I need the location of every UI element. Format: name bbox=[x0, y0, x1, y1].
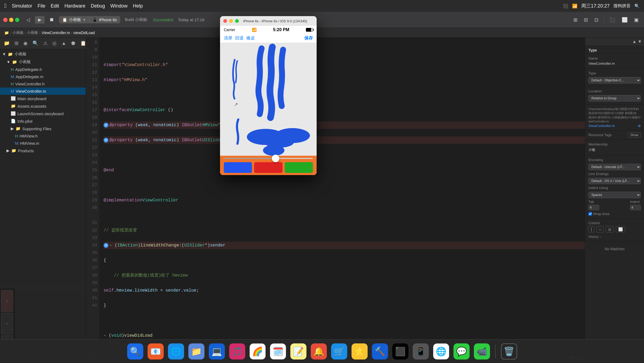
file-item-appdelegate-h[interactable]: H AppDelegate.h bbox=[0, 66, 86, 73]
file-item-viewcontroller-h[interactable]: H ViewController.h bbox=[0, 80, 86, 88]
menu-window[interactable]: Window bbox=[110, 3, 127, 9]
dock-icon-trash[interactable]: 🗑️ bbox=[501, 343, 517, 360]
dock-icon-xcode[interactable]: 💻 bbox=[209, 343, 225, 360]
sim-color-green-btn[interactable] bbox=[285, 162, 313, 173]
layout-btn1[interactable]: ⬛ bbox=[607, 16, 617, 24]
sim-slider-thumb[interactable] bbox=[272, 155, 279, 162]
nav-source-btn[interactable]: ⊞ bbox=[13, 39, 20, 47]
file-item-infoplist[interactable]: 📄 Info.plist bbox=[0, 117, 86, 125]
dock-icon-terminal[interactable]: ⬛ bbox=[392, 343, 408, 360]
file-item-hmview-h[interactable]: H HMView.h bbox=[0, 132, 86, 140]
file-item-viewcontroller-m[interactable]: M ViewController.m bbox=[0, 88, 86, 95]
inspector-toggle[interactable]: ⊡ bbox=[592, 16, 601, 24]
file-item-group[interactable]: ▼ 📁 小画板 bbox=[0, 58, 86, 66]
inspector-down[interactable]: ▼ bbox=[638, 39, 642, 44]
minimap-item-2[interactable]: Ov bbox=[1, 313, 13, 334]
nav-test-btn[interactable]: ◎ bbox=[51, 39, 58, 47]
menu-help[interactable]: Help bbox=[133, 3, 143, 9]
show-btn[interactable]: Show bbox=[628, 132, 641, 138]
dock-icon-simulator[interactable]: 📱 bbox=[413, 343, 429, 360]
file-item-products[interactable]: ▶ 📁 Products bbox=[0, 147, 86, 154]
file-item-appdelegate-m[interactable]: M AppDelegate.m bbox=[0, 73, 86, 80]
sim-min-btn[interactable] bbox=[229, 19, 233, 23]
file-item-launch-storyboard[interactable]: ⬜ LaunchScreen.storyboard bbox=[0, 110, 86, 117]
nav-folder-btn[interactable]: 📁 bbox=[2, 39, 11, 47]
menu-debug[interactable]: Debug bbox=[91, 3, 105, 9]
run-stop-btn[interactable]: ▶ bbox=[35, 16, 45, 24]
control-btn-3[interactable]: ◎ bbox=[606, 226, 614, 233]
breadcrumb-4[interactable]: viewDidLoad bbox=[73, 31, 95, 35]
indent-using-select[interactable]: Spaces bbox=[588, 192, 641, 198]
sim-eraser-btn[interactable]: 橡皮 bbox=[246, 35, 255, 41]
nav-back-btn[interactable]: ◁ bbox=[24, 16, 32, 24]
window-minimize[interactable] bbox=[9, 18, 13, 22]
sim-color-red-btn[interactable] bbox=[254, 162, 282, 173]
tab-width-input[interactable] bbox=[588, 205, 599, 210]
dock-icon-itunes[interactable]: 🎵 bbox=[229, 343, 245, 360]
code-lines[interactable]: #import "ViewController.h" #import "HMVi… bbox=[99, 38, 585, 351]
sim-color-blue-btn[interactable] bbox=[224, 162, 252, 173]
inspector-up[interactable]: ▲ bbox=[632, 39, 636, 44]
nav-search-btn[interactable]: 🔍 bbox=[31, 39, 40, 47]
dock-icon-app-store[interactable]: 🛒 bbox=[331, 343, 347, 360]
encoding-select[interactable]: Default - Unicode (UT... bbox=[588, 164, 641, 170]
menu-hardware[interactable]: Hardware bbox=[64, 3, 85, 9]
debug-toggle[interactable]: ⊟ bbox=[582, 16, 590, 24]
layout-btn3[interactable]: ▣ bbox=[632, 16, 641, 24]
file-item-root[interactable]: ▼ 📁 小画板 bbox=[0, 50, 86, 58]
code-content[interactable]: 8 9 10 11 12 13 14 15 16 17 18 19 20 21 … bbox=[86, 38, 585, 351]
dock-icon-finder[interactable]: 🔍 bbox=[127, 343, 143, 360]
control-btn-1[interactable]: | bbox=[588, 226, 594, 233]
window-maximize[interactable] bbox=[15, 18, 19, 22]
dock-icon-calendar[interactable]: 🗓️ bbox=[270, 343, 286, 360]
dock-icon-xcode2[interactable]: 🔨 bbox=[372, 343, 388, 360]
sim-max-btn[interactable] bbox=[235, 19, 239, 23]
inspector-type-select[interactable]: Default - Objective-C... bbox=[588, 77, 641, 84]
project-selector[interactable]: 📋 小画板 ▼ | 📱 iPhone 6s bbox=[59, 16, 120, 23]
wrap-lines-checkbox[interactable] bbox=[588, 212, 592, 216]
stop-btn[interactable]: ⏹ bbox=[47, 16, 56, 24]
inspector-file-icon[interactable]: ⊕ bbox=[638, 124, 641, 128]
line-endings-select[interactable]: Default - OS X / Unix (LF... bbox=[588, 178, 641, 184]
navigator-toggle[interactable]: ⊞ bbox=[571, 16, 580, 24]
dock-icon-notifications[interactable]: 🔔 bbox=[311, 343, 327, 360]
breadcrumb-3[interactable]: ViewController.m bbox=[42, 31, 70, 35]
input-method[interactable]: 搜狗拼音 bbox=[613, 3, 631, 9]
indent-width-input[interactable] bbox=[630, 205, 641, 210]
layout-btn2[interactable]: ⬜ bbox=[620, 16, 630, 24]
nav-warn-btn[interactable]: ⚠ bbox=[42, 39, 49, 47]
breakpoint-marker-14[interactable]: ● bbox=[104, 138, 108, 143]
inspector-location-select[interactable]: Relative to Group bbox=[588, 95, 641, 101]
sim-close-btn[interactable] bbox=[223, 19, 227, 23]
file-item-assets[interactable]: 📁 Assets.xcassets bbox=[0, 102, 86, 110]
breakpoint-marker-21[interactable]: ● bbox=[104, 243, 108, 248]
dock-icon-mail[interactable]: 📧 bbox=[148, 343, 164, 360]
breadcrumb-2[interactable]: 小画板 bbox=[27, 30, 38, 35]
nav-debug-btn[interactable]: ▲ bbox=[60, 39, 68, 47]
breadcrumb-1[interactable]: 小画板 bbox=[12, 30, 24, 35]
nav-report-btn[interactable]: 📋 bbox=[79, 39, 86, 47]
code-editor[interactable]: 8 9 10 11 12 13 14 15 16 17 18 19 20 21 … bbox=[86, 38, 585, 363]
control-btn-4[interactable]: ⬜ bbox=[616, 226, 625, 233]
menu-simulator[interactable]: Simulator bbox=[12, 3, 32, 9]
nav-breakpoint-btn[interactable]: ⬟ bbox=[69, 39, 77, 47]
sim-save-btn[interactable]: 保存 bbox=[304, 35, 313, 41]
file-item-main-storyboard[interactable]: ⬜ Main storyboard bbox=[0, 95, 86, 102]
dock-icon-notes[interactable]: 📝 bbox=[290, 343, 306, 360]
drawing-canvas[interactable]: ↗ bbox=[220, 43, 317, 156]
dock-icon-facetime[interactable]: 📹 bbox=[474, 343, 490, 360]
breadcrumb-root[interactable]: 📁 bbox=[4, 31, 9, 35]
dock-icon-safari[interactable]: 🌐 bbox=[168, 343, 184, 360]
menu-edit[interactable]: Edit bbox=[51, 3, 59, 9]
breakpoint-marker-13[interactable]: ● bbox=[104, 123, 108, 128]
dock-icon-sketch[interactable]: ⭐ bbox=[352, 343, 368, 360]
sim-slider-track[interactable] bbox=[224, 158, 313, 159]
search-icon[interactable]: 🔍 bbox=[634, 3, 640, 9]
window-close[interactable] bbox=[3, 18, 8, 22]
menu-file[interactable]: File bbox=[38, 3, 45, 9]
file-item-hmview-m[interactable]: M HMView.m bbox=[0, 140, 86, 147]
sim-clear-btn[interactable]: 清屏 bbox=[224, 35, 232, 41]
minimap-item-1[interactable]: Ov bbox=[1, 290, 13, 312]
dock-icon-messages[interactable]: 💬 bbox=[453, 343, 470, 360]
dock-icon-photos[interactable]: 🌈 bbox=[250, 343, 266, 360]
